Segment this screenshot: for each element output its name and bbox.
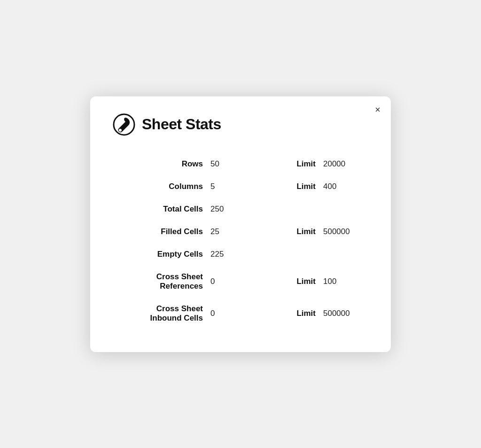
stat-value: 225 <box>207 243 244 266</box>
stats-table: Rows50Limit20000Columns5Limit400Total Ce… <box>113 153 368 330</box>
close-button[interactable]: × <box>375 105 380 114</box>
table-row: Empty Cells225 <box>113 243 368 266</box>
table-row: Rows50Limit20000 <box>113 153 368 175</box>
limit-value <box>319 243 368 266</box>
stat-label: Rows <box>113 153 207 175</box>
stat-label: Total Cells <box>113 198 207 220</box>
sheet-stats-modal: × Sheet Stats Rows50Limit20000Columns5Li… <box>90 96 391 352</box>
limit-value: 500000 <box>319 220 368 243</box>
limit-value: 100 <box>319 266 368 298</box>
limit-label <box>282 243 319 266</box>
stat-value: 250 <box>207 198 244 220</box>
stat-value: 0 <box>207 298 244 330</box>
sheet-stats-icon <box>113 113 135 136</box>
stat-label: Empty Cells <box>113 243 207 266</box>
svg-point-1 <box>119 129 122 132</box>
limit-value: 400 <box>319 175 368 198</box>
stat-label: Cross SheetInbound Cells <box>113 298 207 330</box>
stat-value: 50 <box>207 153 244 175</box>
table-row: Columns5Limit400 <box>113 175 368 198</box>
stat-value: 25 <box>207 220 244 243</box>
table-row: Filled Cells25Limit500000 <box>113 220 368 243</box>
limit-label: Limit <box>282 220 319 243</box>
limit-label: Limit <box>282 153 319 175</box>
limit-value <box>319 198 368 220</box>
table-row: Total Cells250 <box>113 198 368 220</box>
limit-label: Limit <box>282 175 319 198</box>
limit-value: 500000 <box>319 298 368 330</box>
limit-value: 20000 <box>319 153 368 175</box>
stat-value: 5 <box>207 175 244 198</box>
limit-label: Limit <box>282 266 319 298</box>
limit-label <box>282 198 319 220</box>
table-row: Cross SheetInbound Cells0Limit500000 <box>113 298 368 330</box>
stat-value: 0 <box>207 266 244 298</box>
limit-label: Limit <box>282 298 319 330</box>
modal-header: Sheet Stats <box>113 113 368 136</box>
stat-label: Cross SheetReferences <box>113 266 207 298</box>
table-row: Cross SheetReferences0Limit100 <box>113 266 368 298</box>
stat-label: Filled Cells <box>113 220 207 243</box>
page-title: Sheet Stats <box>142 116 221 133</box>
stat-label: Columns <box>113 175 207 198</box>
